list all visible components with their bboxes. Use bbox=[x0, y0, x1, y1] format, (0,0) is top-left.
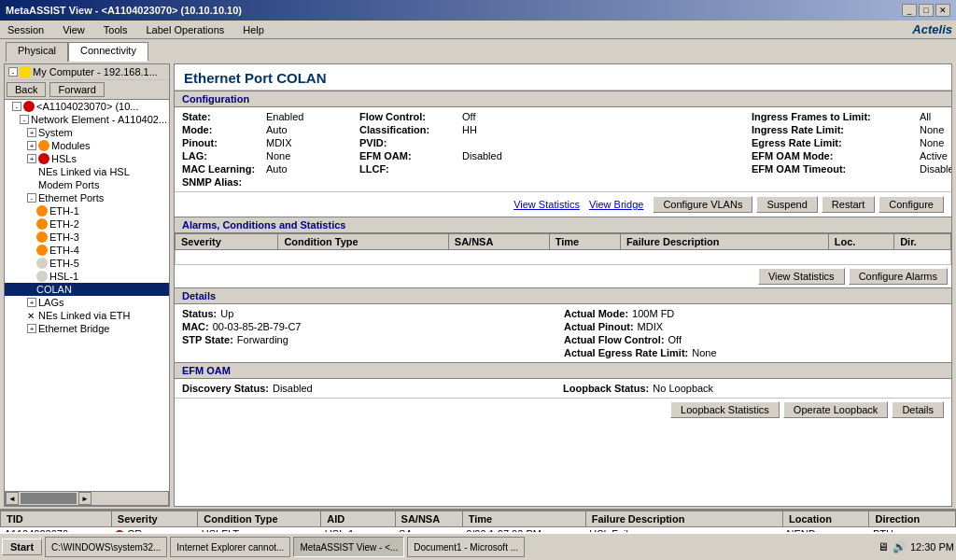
snmp-alias-label: SNMP Alias: bbox=[182, 176, 266, 188]
ne-expand2-icon[interactable]: - bbox=[20, 115, 29, 124]
ne-status-icon bbox=[23, 101, 35, 112]
taskbar-item-2[interactable]: MetaASSIST View - <... bbox=[293, 537, 404, 557]
loopback-row: Loopback Status: No Loopback bbox=[563, 383, 944, 394]
tree-label: ETH-1 bbox=[49, 205, 79, 217]
hscroll-thumb[interactable] bbox=[21, 493, 77, 504]
alarms-col-condition: Condition Type bbox=[278, 234, 448, 250]
details-button[interactable]: Details bbox=[892, 401, 944, 418]
tree-label: HSL-1 bbox=[49, 271, 78, 282]
status-label: Status: bbox=[182, 308, 217, 319]
panel-title: Ethernet Port COLAN bbox=[175, 64, 951, 91]
hsls-expand-icon[interactable]: + bbox=[27, 154, 36, 163]
bt-col-condtype: Condition Type bbox=[198, 511, 321, 527]
loopback-statistics-button[interactable]: Loopback Statistics bbox=[670, 401, 780, 418]
actual-pinout-value: MDIX bbox=[638, 321, 664, 332]
pvid-label: PVID: bbox=[359, 137, 462, 148]
details-grid: Status: Up MAC: 00-03-85-2B-79-C7 STP St… bbox=[175, 304, 951, 362]
alarms-table: Severity Condition Type SA/NSA Time Fail… bbox=[175, 233, 951, 265]
actual-pinout-label: Actual Pinout: bbox=[564, 321, 634, 332]
tree-item-eth5[interactable]: ETH-5 bbox=[5, 257, 169, 270]
taskbar-item-0[interactable]: C:\WINDOWS\system32... bbox=[45, 537, 167, 557]
tree-item-eth3[interactable]: ETH-3 bbox=[5, 231, 169, 244]
taskbar-item-1[interactable]: Internet Explorer cannot... bbox=[170, 537, 290, 557]
eth-bridge-expand-icon[interactable]: + bbox=[27, 324, 36, 333]
system-expand-icon[interactable]: + bbox=[27, 128, 36, 137]
tree-label: Ethernet Ports bbox=[38, 192, 104, 203]
status-value: Up bbox=[220, 308, 233, 319]
minimize-button[interactable]: _ bbox=[902, 4, 917, 17]
loopback-buttons-row: Loopback Statistics Operate Loopback Det… bbox=[175, 398, 951, 421]
menu-view[interactable]: View bbox=[59, 23, 89, 36]
restart-button[interactable]: Restart bbox=[822, 196, 875, 213]
hsl1-status-icon bbox=[36, 271, 48, 282]
configure-vlans-button[interactable]: Configure VLANs bbox=[653, 196, 752, 213]
tree-label: ETH-4 bbox=[49, 245, 79, 256]
actual-pinout-row: Actual Pinout: MDIX bbox=[564, 321, 944, 332]
back-button[interactable]: Back bbox=[7, 82, 46, 97]
tree-item-eth2[interactable]: ETH-2 bbox=[5, 217, 169, 231]
details-section-header: Details bbox=[175, 287, 951, 304]
operate-loopback-button[interactable]: Operate Loopback bbox=[783, 401, 889, 418]
bt-col-time: Time bbox=[462, 511, 585, 527]
close-button[interactable]: ✕ bbox=[935, 4, 950, 17]
tree-item-hsls[interactable]: + HSLs bbox=[5, 152, 169, 165]
tree-item-ne[interactable]: - <A1104023070> (10... bbox=[5, 100, 169, 113]
ne-expand-icon[interactable]: - bbox=[12, 102, 21, 111]
pvid-value bbox=[462, 137, 555, 148]
tree-scroll[interactable]: - <A1104023070> (10... - Network Element… bbox=[5, 100, 169, 491]
tree-item-nes-eth[interactable]: ✕ NEs Linked via ETH bbox=[5, 309, 169, 322]
modules-expand-icon[interactable]: + bbox=[27, 141, 36, 150]
window-controls[interactable]: _ □ ✕ bbox=[902, 4, 950, 17]
configure-button[interactable]: Configure bbox=[879, 196, 944, 213]
stp-row: STP State: Forwarding bbox=[182, 334, 562, 345]
forward-button[interactable]: Forward bbox=[49, 82, 104, 97]
tree-item-eth4[interactable]: ETH-4 bbox=[5, 244, 169, 257]
ingress-rate-label: Ingress Rate Limit: bbox=[752, 124, 920, 135]
maximize-button[interactable]: □ bbox=[919, 4, 934, 17]
menu-session[interactable]: Session bbox=[4, 23, 48, 36]
tree-item-modem[interactable]: Modem Ports bbox=[5, 178, 169, 191]
computer-icon bbox=[20, 66, 31, 77]
status-row: Status: Up bbox=[182, 308, 562, 319]
configure-alarms-button[interactable]: Configure Alarms bbox=[849, 268, 948, 285]
tree-root[interactable]: - My Computer - 192.168.1... bbox=[5, 64, 169, 80]
tree-item-eth1[interactable]: ETH-1 bbox=[5, 204, 169, 217]
tree-item-modules[interactable]: + Modules bbox=[5, 139, 169, 152]
efm-oam-label: EFM OAM: bbox=[359, 150, 462, 161]
tree-item-hsl1[interactable]: HSL-1 bbox=[5, 270, 169, 283]
tree-item-colan[interactable]: COLAN bbox=[5, 283, 169, 296]
configuration-section-header: Configuration bbox=[175, 91, 951, 107]
clock: 12:30 PM bbox=[910, 541, 954, 553]
right-panel: Ethernet Port COLAN Configuration State:… bbox=[174, 63, 952, 507]
menu-tools[interactable]: Tools bbox=[100, 23, 132, 36]
tree-item-eth-ports[interactable]: - Ethernet Ports bbox=[5, 191, 169, 204]
flow-control-value: Off bbox=[462, 111, 555, 122]
taskbar: Start C:\WINDOWS\system32... Internet Ex… bbox=[0, 532, 956, 560]
mode-value: Auto bbox=[266, 124, 359, 135]
eth4-status-icon bbox=[36, 245, 48, 256]
tree-item-nes-hsl[interactable]: NEs Linked via HSL bbox=[5, 165, 169, 178]
view-statistics-button[interactable]: View Statistics bbox=[758, 268, 845, 285]
tab-connectivity[interactable]: Connectivity bbox=[68, 42, 148, 62]
view-statistics-link[interactable]: View Statistics bbox=[513, 199, 580, 210]
tree-hscroll[interactable]: ◄ ► bbox=[5, 491, 169, 506]
hscroll-right-btn[interactable]: ► bbox=[78, 492, 91, 505]
suspend-button[interactable]: Suspend bbox=[756, 196, 817, 213]
tab-physical[interactable]: Physical bbox=[6, 42, 68, 62]
tree-item-network-element[interactable]: - Network Element - A110402... bbox=[5, 113, 169, 126]
details-left-col: Status: Up MAC: 00-03-85-2B-79-C7 STP St… bbox=[182, 308, 562, 358]
tree-item-eth-bridge[interactable]: + Ethernet Bridge bbox=[5, 322, 169, 335]
menu-group-ops[interactable]: Label Operations bbox=[142, 23, 228, 36]
lags-expand-icon[interactable]: + bbox=[27, 298, 36, 307]
pinout-value: MDIX bbox=[266, 137, 359, 148]
tree-item-lags[interactable]: + LAGs bbox=[5, 296, 169, 309]
eth2-status-icon bbox=[36, 218, 48, 230]
eth-ports-expand-icon[interactable]: - bbox=[27, 193, 36, 203]
start-button[interactable]: Start bbox=[2, 539, 42, 555]
hscroll-left-btn[interactable]: ◄ bbox=[6, 492, 19, 505]
root-expand-icon[interactable]: - bbox=[8, 67, 18, 77]
view-bridge-link[interactable]: View Bridge bbox=[589, 199, 644, 210]
taskbar-item-3[interactable]: Document1 - Microsoft ... bbox=[407, 537, 525, 557]
menu-help[interactable]: Help bbox=[239, 23, 268, 36]
tree-item-system[interactable]: + System bbox=[5, 126, 169, 139]
